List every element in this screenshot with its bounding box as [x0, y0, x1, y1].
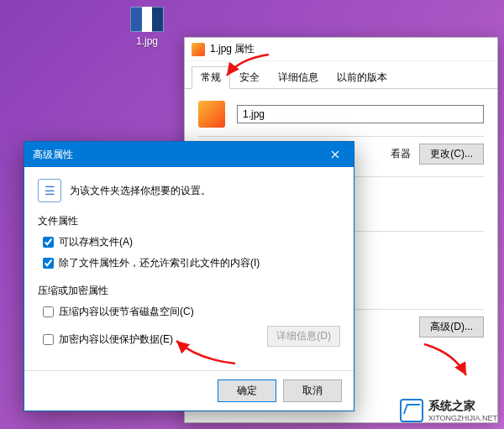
watermark: 系统之家 XITONGZHIJIA.NET: [400, 399, 497, 422]
settings-list-icon: ☰: [38, 179, 61, 202]
encrypt-checkbox-row[interactable]: 加密内容以便保护数据(E): [43, 332, 173, 347]
image-thumbnail: [130, 7, 164, 32]
file-attributes-group: 文件属性: [38, 214, 340, 228]
advanced-button[interactable]: 高级(D)...: [419, 317, 484, 337]
compress-checkbox-row[interactable]: 压缩内容以便节省磁盘空间(C): [43, 305, 340, 319]
advanced-intro: 为该文件夹选择你想要的设置。: [70, 184, 211, 198]
filetype-icon: [198, 101, 225, 128]
watermark-name: 系统之家: [428, 399, 497, 414]
details-button: 详细信息(D): [267, 326, 340, 347]
filename-input[interactable]: [237, 105, 484, 123]
compress-encrypt-group: 压缩或加密属性: [38, 284, 340, 298]
archive-checkbox-row[interactable]: 可以存档文件(A): [43, 235, 340, 249]
tab-general[interactable]: 常规: [192, 66, 230, 89]
advanced-attributes-dialog: 高级属性 ☰ 为该文件夹选择你想要的设置。 文件属性 可以存档文件(A) 除了文…: [24, 141, 354, 411]
encrypt-label: 加密内容以便保护数据(E): [59, 332, 173, 347]
close-icon: [331, 150, 339, 159]
archive-label: 可以存档文件(A): [59, 235, 133, 249]
cancel-button[interactable]: 取消: [283, 379, 342, 402]
archive-checkbox[interactable]: [43, 237, 54, 248]
compress-checkbox[interactable]: [43, 306, 54, 317]
watermark-url: XITONGZHIJIA.NET: [428, 414, 497, 422]
ok-button[interactable]: 确定: [218, 379, 276, 402]
advanced-title: 高级属性: [33, 148, 73, 162]
tab-previous-versions[interactable]: 以前的版本: [328, 66, 396, 88]
file-icon: [192, 43, 205, 56]
index-checkbox[interactable]: [43, 258, 54, 269]
properties-titlebar[interactable]: 1.jpg 属性: [185, 38, 497, 61]
desktop-file-icon[interactable]: 1.jpg: [122, 7, 172, 47]
tab-details[interactable]: 详细信息: [269, 66, 328, 88]
index-checkbox-row[interactable]: 除了文件属性外，还允许索引此文件的内容(I): [43, 256, 340, 270]
properties-tabs: 常规 安全 详细信息 以前的版本: [185, 61, 497, 89]
properties-title: 1.jpg 属性: [210, 42, 255, 56]
index-label: 除了文件属性外，还允许索引此文件的内容(I): [59, 256, 260, 270]
viewer-text: 看器: [391, 147, 411, 161]
advanced-titlebar[interactable]: 高级属性: [24, 142, 354, 167]
encrypt-checkbox[interactable]: [43, 334, 54, 345]
tab-security[interactable]: 安全: [230, 66, 269, 88]
desktop-file-label: 1.jpg: [122, 35, 172, 47]
close-button[interactable]: [317, 142, 354, 167]
change-button[interactable]: 更改(C)...: [419, 144, 484, 165]
watermark-logo-icon: [400, 399, 423, 422]
compress-label: 压缩内容以便节省磁盘空间(C): [59, 305, 194, 319]
